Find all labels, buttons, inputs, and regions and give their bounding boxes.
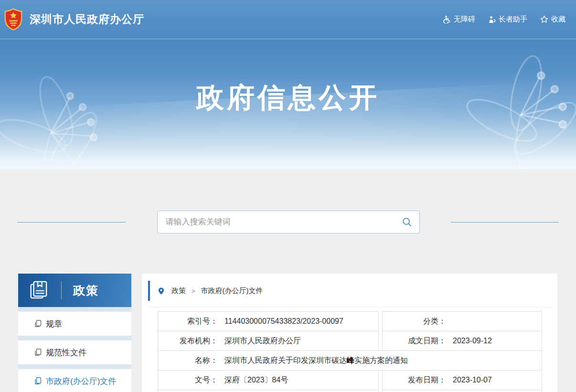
sidebar-item-label: 规范性文件 (46, 347, 86, 358)
document-name-suffix: 实施方案的通知 (354, 356, 408, 364)
location-pin-icon (158, 287, 165, 295)
top-utility-links: 无障碍 长者助手 收藏 (443, 15, 565, 24)
breadcrumb-wrap: 政策 > 市政府(办公厅)文件 (148, 281, 551, 307)
document-panel: 政策 > 市政府(办公厅)文件 索引号： 114403000075433823/… (142, 274, 557, 392)
sidebar-header: 政策 (18, 274, 131, 307)
site-title[interactable]: 深圳市人民政府办公厅 (30, 12, 144, 27)
index-number-value: 114403000075433823/2023-00097 (224, 317, 343, 326)
table-row: 发布机构： 深圳市人民政府办公厅 成文日期： 2023-09-12 (158, 331, 542, 351)
accessibility-label: 无障碍 (454, 15, 475, 24)
table-column-gap (379, 311, 382, 331)
search-input[interactable] (158, 211, 400, 233)
favorite-link[interactable]: 收藏 (540, 15, 565, 24)
search-button[interactable] (400, 217, 419, 227)
sidebar-item-normative-documents[interactable]: 规范性文件 (18, 340, 131, 364)
policy-sidebar: 政策 规章 规范性文件 (18, 274, 131, 392)
table-cell (382, 390, 542, 392)
elder-assist-link[interactable]: 长者助手 (488, 15, 527, 24)
accessibility-icon (443, 15, 451, 23)
document-name-highlight: 峰 (347, 356, 354, 364)
document-icon (34, 320, 42, 328)
table-row (158, 390, 542, 392)
written-date-value: 2023-09-12 (453, 337, 492, 345)
accessibility-link[interactable]: 无障碍 (443, 15, 475, 24)
document-number-value: 深府〔2023〕84号 (224, 375, 288, 385)
document-icon (34, 377, 42, 385)
sidebar-item-label: 市政府(办公厅)文件 (46, 376, 116, 387)
category-label: 分类： (383, 317, 446, 327)
elder-assist-label: 长者助手 (499, 15, 527, 24)
page-banner: 政府信息公开 (0, 39, 576, 170)
document-name-value: 深圳市人民政府关于印发深圳市碳达峰实施方案的通知 (224, 356, 408, 366)
star-icon (540, 15, 548, 23)
document-name-prefix: 深圳市人民政府关于印发深圳市碳达 (224, 356, 347, 364)
document-metadata-table: 索引号： 114403000075433823/2023-00097 分类： 发… (158, 311, 542, 392)
decorative-line-left (17, 222, 126, 222)
search-icon (402, 217, 412, 227)
document-name-cell: 名称： 深圳市人民政府关于印发深圳市碳达峰实施方案的通知 (158, 350, 542, 371)
top-header-bar: 深圳市人民政府办公厅 无障碍 长者助手 (0, 0, 576, 39)
category-cell: 分类： (382, 311, 542, 331)
favorite-label: 收藏 (551, 15, 565, 24)
table-row: 文号： 深府〔2023〕84号 发布日期： 2023-10-07 (158, 370, 542, 390)
document-number-cell: 文号： 深府〔2023〕84号 (158, 370, 379, 390)
table-column-gap (379, 370, 382, 390)
index-number-cell: 索引号： 114403000075433823/2023-00097 (158, 311, 379, 331)
sidebar-item-label: 规章 (46, 318, 62, 329)
sidebar-item-municipal-government-documents[interactable]: 市政府(办公厅)文件 (18, 369, 131, 392)
document-number-label: 文号： (158, 375, 218, 385)
breadcrumb-separator: > (192, 287, 195, 295)
policy-book-icon (29, 280, 49, 301)
breadcrumb-accent-bar (148, 281, 150, 301)
document-icon (34, 349, 42, 356)
table-column-gap (379, 390, 382, 392)
elder-assist-icon (488, 16, 496, 23)
publish-date-cell: 发布日期： 2023-10-07 (382, 370, 542, 390)
written-date-label: 成文日期： (383, 336, 446, 346)
written-date-cell: 成文日期： 2023-09-12 (382, 331, 542, 351)
table-column-gap (379, 331, 382, 351)
national-emblem-icon (4, 8, 22, 31)
sidebar-header-divider (61, 281, 62, 299)
content-area: 政策 规章 规范性文件 (0, 170, 576, 392)
page-title: 政府信息公开 (0, 39, 576, 117)
issuer-value: 深圳市人民政府办公厅 (224, 336, 301, 346)
table-cell (158, 390, 379, 392)
search-row (0, 170, 576, 233)
issuer-label: 发布机构： (158, 336, 218, 346)
index-number-label: 索引号： (158, 317, 218, 327)
decorative-line-right (451, 222, 559, 222)
breadcrumb-root-link[interactable]: 政策 (171, 286, 186, 296)
table-row: 名称： 深圳市人民政府关于印发深圳市碳达峰实施方案的通知 (158, 350, 542, 371)
sidebar-item-regulations[interactable]: 规章 (18, 312, 131, 336)
document-name-label: 名称： (158, 356, 218, 366)
issuer-cell: 发布机构： 深圳市人民政府办公厅 (158, 331, 379, 351)
table-row: 索引号： 114403000075433823/2023-00097 分类： (158, 311, 542, 331)
publish-date-label: 发布日期： (383, 375, 446, 385)
search-box (157, 211, 420, 233)
breadcrumb-current: 市政府(办公厅)文件 (201, 286, 263, 296)
publish-date-value: 2023-10-07 (453, 376, 492, 384)
breadcrumb: 政策 > 市政府(办公厅)文件 (148, 281, 551, 301)
sidebar-title: 政策 (73, 283, 99, 298)
